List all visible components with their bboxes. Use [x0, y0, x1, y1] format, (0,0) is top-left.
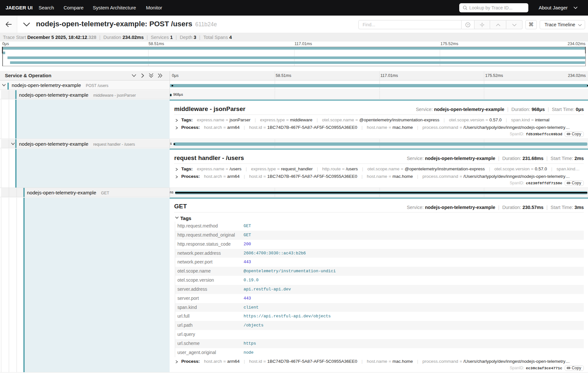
svg-text:?: ? [467, 23, 469, 27]
